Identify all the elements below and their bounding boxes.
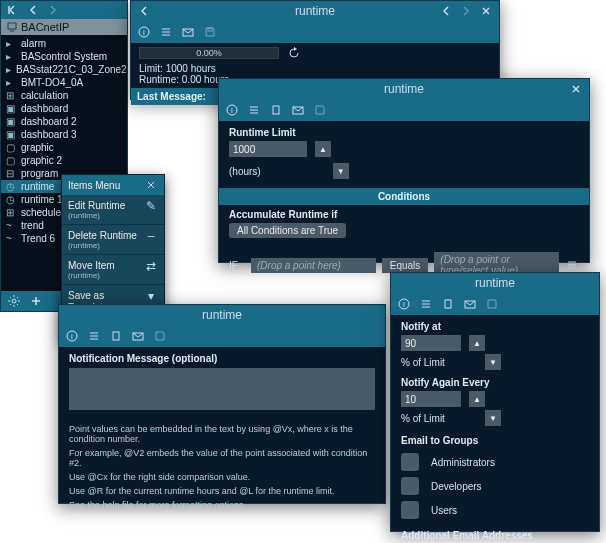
- list-icon[interactable]: [247, 103, 261, 117]
- window-title: runtime: [202, 308, 242, 322]
- spin-down-icon[interactable]: ▼: [485, 354, 501, 370]
- tree-item-label: dashboard: [21, 103, 68, 114]
- tree-toggle-icon: ▣: [6, 103, 16, 114]
- close-icon[interactable]: [569, 82, 583, 96]
- titlebar: runtime: [219, 79, 589, 99]
- list-icon[interactable]: [159, 25, 173, 39]
- save-icon[interactable]: [153, 329, 167, 343]
- collapse-icon[interactable]: [6, 3, 20, 17]
- tree-item-label: calculation: [21, 90, 68, 101]
- list-icon[interactable]: [87, 329, 101, 343]
- group-row: Administrators: [401, 450, 589, 474]
- close-icon[interactable]: [144, 178, 158, 192]
- runtime-limit-input[interactable]: [229, 141, 307, 157]
- svg-text:i: i: [231, 106, 233, 115]
- svg-rect-22: [208, 28, 212, 31]
- message-textarea[interactable]: [69, 368, 375, 410]
- addl-email-label: Additional Email Addresses: [401, 530, 589, 541]
- notify-at-input[interactable]: [401, 335, 461, 351]
- tree-item[interactable]: ▸BAScontrol System: [1, 50, 127, 63]
- tree-item-label: graphic: [21, 142, 54, 153]
- svg-point-3: [12, 299, 16, 303]
- save-icon[interactable]: [203, 25, 217, 39]
- tree-item[interactable]: ▣dashboard: [1, 102, 127, 115]
- context-menu-header: Items Menu: [62, 175, 164, 195]
- spin-down-icon[interactable]: ▼: [333, 163, 349, 179]
- protocol-row[interactable]: BACnetIP: [1, 19, 127, 35]
- refresh-icon[interactable]: [287, 46, 301, 60]
- spin-up-icon[interactable]: ▲: [315, 141, 331, 157]
- info-icon[interactable]: i: [65, 329, 79, 343]
- spin-up-icon[interactable]: ▲: [469, 391, 485, 407]
- mail-icon[interactable]: [291, 103, 305, 117]
- close-icon[interactable]: [479, 4, 493, 18]
- mail-icon[interactable]: [131, 329, 145, 343]
- point-dropzone[interactable]: (Drop a point here): [251, 258, 376, 273]
- forward-icon[interactable]: [46, 3, 60, 17]
- forward-icon[interactable]: [459, 4, 473, 18]
- tree-item[interactable]: ▣dashboard 2: [1, 115, 127, 128]
- ctx-item-sub: (runtime): [68, 211, 125, 220]
- context-menu-item[interactable]: Move Item(runtime)⇄: [62, 255, 164, 285]
- gear-icon[interactable]: [7, 294, 21, 308]
- device-icon: [7, 22, 17, 32]
- email-groups-label: Email to Groups: [401, 435, 589, 446]
- group-checkbox[interactable]: [401, 501, 419, 519]
- tree-item[interactable]: ▢graphic: [1, 141, 127, 154]
- info-icon[interactable]: i: [137, 25, 151, 39]
- toolbar: i: [391, 293, 599, 315]
- tree-item-label: dashboard 3: [21, 129, 77, 140]
- group-checkbox[interactable]: [401, 477, 419, 495]
- tree-item[interactable]: ▸alarm: [1, 37, 127, 50]
- window-title: runtime: [295, 4, 335, 18]
- tree-item[interactable]: ⊞calculation: [1, 89, 127, 102]
- ctx-item-sub: (runtime): [68, 241, 137, 250]
- help-text: For example, @V2 embeds the value of the…: [69, 446, 375, 470]
- tree-item[interactable]: ▣dashboard 3: [1, 128, 127, 141]
- info-icon[interactable]: i: [397, 297, 411, 311]
- add-icon[interactable]: [29, 294, 43, 308]
- list-icon[interactable]: [419, 297, 433, 311]
- save-icon[interactable]: [485, 297, 499, 311]
- runtime-conditions-window: runtime i Runtime Limit ▲ (hours) ▼ Cond…: [218, 78, 590, 263]
- doc-icon[interactable]: [269, 103, 283, 117]
- titlebar: runtime: [131, 1, 499, 21]
- progress-label: 0.00%: [140, 48, 278, 58]
- window-title: runtime: [475, 276, 515, 290]
- tree-toggle-icon: ▸: [6, 64, 11, 75]
- spin-down-icon[interactable]: ▼: [485, 410, 501, 426]
- svg-rect-49: [445, 300, 451, 308]
- save-icon[interactable]: [313, 103, 327, 117]
- runtime-notify-window: runtime i Notify at ▲ % of Limit ▼ Notif…: [390, 272, 600, 532]
- context-menu-item[interactable]: Edit Runtime(runtime)✎: [62, 195, 164, 225]
- tree-item[interactable]: ▢graphic 2: [1, 154, 127, 167]
- mail-icon[interactable]: [463, 297, 477, 311]
- notify-again-input[interactable]: [401, 391, 461, 407]
- notify-again-label: Notify Again Every: [401, 377, 589, 388]
- back-icon[interactable]: [439, 4, 453, 18]
- tree-item[interactable]: ▸BASstat221C_03_Zone2: [1, 63, 127, 76]
- back-icon[interactable]: [26, 3, 40, 17]
- doc-icon[interactable]: [441, 297, 455, 311]
- doc-icon[interactable]: [109, 329, 123, 343]
- titlebar: runtime: [59, 305, 385, 325]
- back-icon[interactable]: [137, 4, 151, 18]
- svg-line-11: [17, 297, 18, 298]
- context-menu-item[interactable]: Delete Runtime(runtime)–: [62, 225, 164, 255]
- tree-toggle-icon: ⊞: [6, 90, 16, 101]
- info-icon[interactable]: i: [225, 103, 239, 117]
- group-checkbox[interactable]: [401, 453, 419, 471]
- ctx-item-label: Move Item: [68, 260, 115, 271]
- operator-select[interactable]: Equals: [382, 258, 429, 273]
- mail-icon[interactable]: [181, 25, 195, 39]
- tree-item-label: BMT-DO4_0A: [21, 77, 83, 88]
- tree-item-label: runtime 1: [21, 194, 63, 205]
- list-icon[interactable]: [565, 258, 579, 272]
- ctx-item-label: Delete Runtime: [68, 230, 137, 241]
- svg-line-10: [10, 304, 11, 305]
- tree-item[interactable]: ▸BMT-DO4_0A: [1, 76, 127, 89]
- ctx-action-icon: –: [144, 229, 158, 243]
- accumulate-mode-select[interactable]: All Conditions are True: [229, 223, 346, 238]
- runtime-limit-label: Runtime Limit: [229, 127, 579, 138]
- spin-up-icon[interactable]: ▲: [469, 335, 485, 351]
